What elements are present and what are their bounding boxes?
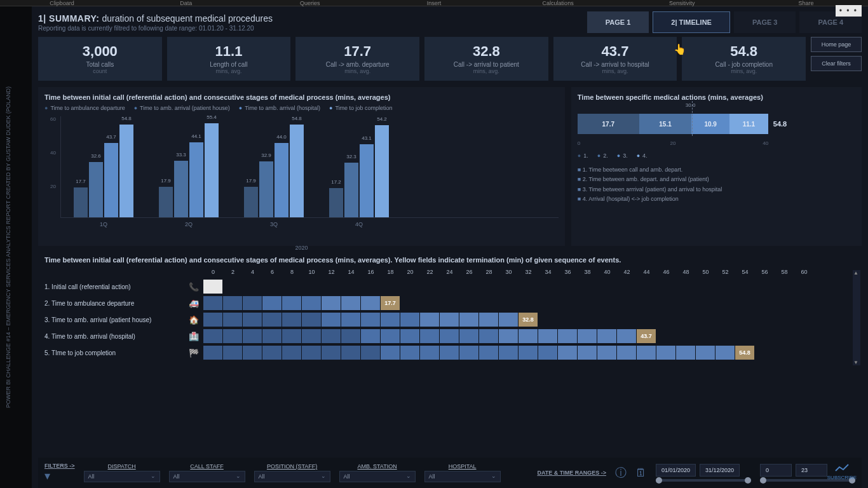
calendar-icon[interactable]: 🗓 — [635, 466, 647, 480]
filter-amb-station[interactable]: All — [339, 471, 416, 482]
heatmap-scrollbar[interactable] — [853, 270, 860, 365]
filter-dispatch[interactable]: All — [84, 471, 160, 482]
page-title: 1| SUMMARY: duration of subsequent medic… — [38, 13, 587, 24]
heatmap-title: Time between initial call (referential a… — [44, 256, 855, 264]
hour-to[interactable]: 23 — [796, 464, 827, 477]
filter-hospital[interactable]: All — [424, 471, 501, 482]
heatmap-row: 5. TIme to job completion🏁54.8 — [44, 345, 855, 360]
chart-b-title: Time between specific medical actions (m… — [578, 93, 855, 101]
kpi-total-calls: 3,000Total callscount — [38, 37, 162, 81]
ribbon-tabs: Clipboard Data Queries Insert Calculatio… — [0, 0, 868, 6]
date-slider[interactable] — [656, 479, 751, 482]
heatmap-row: 1. Initial call (referential action)📞 — [44, 279, 855, 294]
ribbon-sensitivity[interactable]: Sensitivity — [620, 0, 744, 6]
ribbon-clipboard[interactable]: Clipboard — [0, 0, 124, 6]
page-subtitle: Reporting data is currently filtred to f… — [38, 25, 587, 32]
kpi-job-completion: 54.8Call - job completionmins, avg. — [682, 37, 806, 81]
heatmap-row: 3. Time to amb. arrival (patient house)🏠… — [44, 312, 855, 327]
heatmap-row: 4. Time to amb. arrival (hospital)🏥43.7 — [44, 329, 855, 344]
tab-page-1[interactable]: PAGE 1 — [587, 11, 649, 33]
funnel-icon: ▾ — [44, 469, 75, 483]
quarterly-bar-chart[interactable]: Time between initial call (referential a… — [38, 87, 565, 246]
info-icon[interactable]: ⓘ — [615, 465, 627, 480]
ribbon-calculations[interactable]: Calculations — [496, 0, 620, 6]
timeline-heatmap[interactable]: Time between initial call (referential a… — [38, 251, 862, 367]
ribbon-insert[interactable]: Insert — [372, 0, 496, 6]
filter-position[interactable]: All — [254, 471, 330, 482]
row-icon: 🚑 — [184, 299, 203, 308]
date-from[interactable]: 01/01/2020 — [656, 464, 696, 477]
clear-filters-button[interactable]: Clear filters — [811, 56, 862, 71]
hour-from[interactable]: 0 — [760, 464, 792, 477]
chart-b-notes: 1. Time beetween call and amb. depart. 2… — [578, 165, 855, 204]
stage-breakdown-chart[interactable]: Time between specific medical actions (m… — [571, 87, 862, 246]
chart-a-title: Time between initial call (referential a… — [44, 93, 559, 101]
home-page-button[interactable]: Home page — [811, 37, 862, 52]
date-to[interactable]: 31/12/2020 — [700, 464, 740, 477]
subscribe-button[interactable]: SUBSCRIBE — [827, 462, 857, 480]
date-range-label: DATE & TIME RANGES -> — [537, 470, 606, 476]
kpi-arrival-hospital: 43.7Call -> arrival to hospitalmins, avg… — [553, 37, 677, 81]
report-credit-sidebar: POWER BI CHALLENGE #14 – EMERGENCY SERVI… — [0, 6, 32, 488]
row-icon: 🏠 — [184, 315, 203, 325]
heatmap-row: 2. Time to ambulance departure🚑17.7 — [44, 295, 855, 311]
kpi-length-of-call: 11.1Length of callmins, avg. — [167, 37, 291, 81]
kpi-arrival-patient: 32.8Call -> arrival to patientmins, avg. — [424, 37, 548, 81]
filter-call-staff[interactable]: All — [169, 471, 245, 482]
visual-options-button[interactable]: • • • — [836, 5, 862, 17]
row-icon: 🏁 — [184, 348, 203, 358]
row-icon: 📞 — [184, 282, 203, 292]
filter-bar: FILTERS -> ▾ DISPATCHAll CALL STAFFAll P… — [38, 458, 862, 488]
page-tabs: PAGE 1 2| TIMELINE PAGE 3 PAGE 4 — [587, 11, 862, 33]
tab-page-3[interactable]: PAGE 3 — [734, 11, 796, 33]
chart-a-legend: Time to ambulance departure Time to amb.… — [44, 105, 559, 111]
tab-timeline[interactable]: 2| TIMELINE — [653, 11, 730, 33]
kpi-amb-departure: 17.7Call -> amb. departuremins, avg. — [295, 37, 419, 81]
filters-label: FILTERS -> — [44, 463, 75, 469]
ribbon-queries[interactable]: Queries — [248, 0, 372, 6]
row-icon: 🏥 — [184, 332, 203, 341]
ribbon-data[interactable]: Data — [124, 0, 248, 6]
chart-b-legend: 1. 2. 3. 4. — [578, 152, 855, 159]
